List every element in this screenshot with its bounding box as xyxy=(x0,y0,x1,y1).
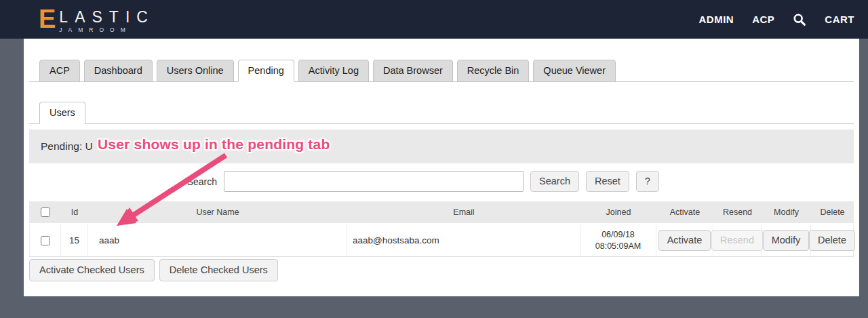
brand-subtitle: JAMROOM xyxy=(59,26,155,33)
search-input[interactable] xyxy=(224,171,524,192)
column-header-email: Email xyxy=(347,207,580,217)
row-id: 15 xyxy=(61,224,88,256)
annotation-text: User shows up in the pending tab xyxy=(98,136,330,153)
column-header-username: User Name xyxy=(88,207,347,217)
tab-queue-viewer[interactable]: Queue Viewer xyxy=(533,60,616,82)
row-checkbox[interactable] xyxy=(41,236,50,245)
row-joined: 06/09/18 08:05:09AM xyxy=(580,224,656,256)
search-row: Search Search Reset ? xyxy=(29,171,854,192)
footer-actions: Activate Checked Users Delete Checked Us… xyxy=(29,259,854,281)
page: E LASTIC JAMROOM ADMIN ACP CART ACP Dash… xyxy=(0,0,868,318)
content-card: ACP Dashboard Users Online Pending Activ… xyxy=(24,39,859,296)
sub-tab-bar: Users xyxy=(29,102,854,124)
tab-pending[interactable]: Pending xyxy=(238,60,294,82)
brand-logo[interactable]: E LASTIC JAMROOM xyxy=(39,6,155,33)
column-header-modify: Modify xyxy=(762,207,811,217)
column-header-id: Id xyxy=(61,207,88,217)
row-email: aaab@hostsaba.com xyxy=(347,224,580,256)
nav-admin[interactable]: ADMIN xyxy=(698,14,734,25)
row-username: aaab xyxy=(88,224,347,256)
search-label: Search xyxy=(29,176,217,187)
row-joined-time: 08:05:09AM xyxy=(595,241,641,252)
tab-recycle-bin[interactable]: Recycle Bin xyxy=(457,60,530,82)
tab-users-online[interactable]: Users Online xyxy=(157,60,234,82)
table-row: 15 aaab aaab@hostsaba.com 06/09/18 08:05… xyxy=(29,224,854,257)
brand-initial: E xyxy=(39,6,56,32)
resend-button[interactable]: Resend xyxy=(711,230,763,251)
column-header-delete: Delete xyxy=(811,207,854,217)
nav-cart[interactable]: CART xyxy=(825,14,854,25)
nav-acp[interactable]: ACP xyxy=(752,14,774,25)
tab-activity-log[interactable]: Activity Log xyxy=(298,60,369,82)
delete-button[interactable]: Delete xyxy=(809,230,855,251)
search-icon[interactable] xyxy=(793,13,806,26)
pending-users-table: Id User Name Email Joined Activate Resen… xyxy=(29,201,854,257)
column-header-joined: Joined xyxy=(580,207,656,218)
top-nav: ADMIN ACP CART xyxy=(698,13,854,26)
activate-checked-users-button[interactable]: Activate Checked Users xyxy=(29,259,155,281)
tab-acp[interactable]: ACP xyxy=(39,60,80,82)
search-button[interactable]: Search xyxy=(530,171,579,192)
tab-data-browser[interactable]: Data Browser xyxy=(373,60,453,82)
row-joined-date: 06/09/18 xyxy=(601,229,635,241)
reset-button[interactable]: Reset xyxy=(586,171,629,192)
delete-checked-users-button[interactable]: Delete Checked Users xyxy=(159,259,278,281)
brand-name: LASTIC xyxy=(59,9,155,25)
table-header-row: Id User Name Email Joined Activate Resen… xyxy=(29,201,854,224)
select-all-checkbox[interactable] xyxy=(41,207,50,217)
tab-dashboard[interactable]: Dashboard xyxy=(84,60,153,82)
help-button[interactable]: ? xyxy=(636,171,659,192)
modify-button[interactable]: Modify xyxy=(763,230,810,251)
top-header: E LASTIC JAMROOM ADMIN ACP CART xyxy=(0,0,868,39)
tab-users[interactable]: Users xyxy=(39,102,85,124)
column-header-resend: Resend xyxy=(713,207,762,217)
main-tab-bar: ACP Dashboard Users Online Pending Activ… xyxy=(29,60,854,82)
column-header-activate: Activate xyxy=(656,207,713,217)
activate-button[interactable]: Activate xyxy=(658,230,711,251)
